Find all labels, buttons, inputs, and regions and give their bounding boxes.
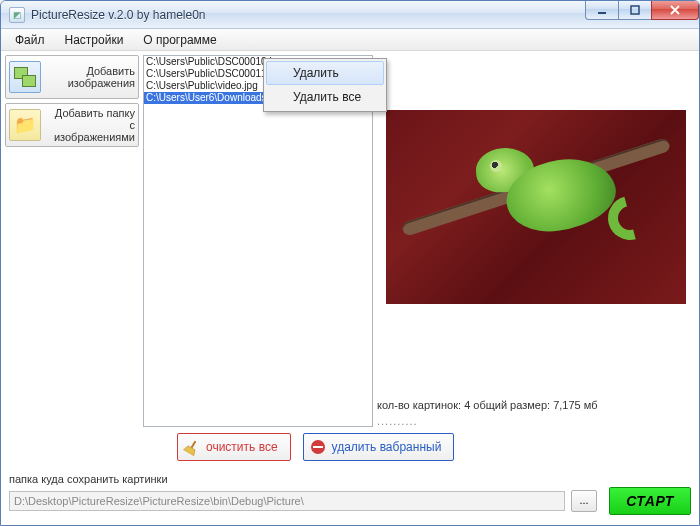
preview-image [386,110,686,304]
clear-all-button[interactable]: очистить все [177,433,291,461]
svg-rect-0 [598,12,606,14]
upper-pane: Добавить изображения Добавить папку с из… [5,55,695,427]
action-row: очистить все удалить вабранный [5,431,695,467]
browse-button[interactable]: ... [571,490,597,512]
save-label: папка куда сохранить картинки [9,473,691,485]
sidebar: Добавить изображения Добавить папку с из… [5,55,139,427]
maximize-icon [630,5,640,15]
images-icon [9,61,41,93]
bottom-pane: папка куда сохранить картинки ... СТАРТ [5,471,695,521]
no-entry-icon [310,439,326,455]
ctx-delete[interactable]: Удалить [266,61,384,85]
titlebar[interactable]: ◩ PictureResize v.2.0 by hamele0n [1,1,699,29]
close-icon [670,5,680,15]
minimize-icon [597,5,607,15]
folder-icon [9,109,41,141]
clear-all-label: очистить все [206,440,278,454]
app-window: ◩ PictureResize v.2.0 by hamele0n Файл Н… [0,0,700,526]
add-images-label: Добавить изображения [47,65,135,89]
add-folder-button[interactable]: Добавить папку с изображениями [5,103,139,147]
main-area: Добавить изображения Добавить папку с из… [1,51,699,525]
context-menu: Удалить Удалить все [263,58,387,112]
delete-selected-button[interactable]: удалить вабранный [303,433,455,461]
app-icon: ◩ [9,7,25,23]
maximize-button[interactable] [618,0,652,20]
close-button[interactable] [651,0,699,20]
broom-icon [184,439,200,455]
minimize-button[interactable] [585,0,619,20]
ctx-delete-all[interactable]: Удалить все [266,85,384,109]
svg-rect-1 [631,6,639,14]
menu-settings[interactable]: Настройки [55,31,134,49]
window-title: PictureResize v.2.0 by hamele0n [31,8,206,22]
preview-frame [377,110,695,304]
delete-selected-label: удалить вабранный [332,440,442,454]
start-button[interactable]: СТАРТ [609,487,691,515]
add-images-button[interactable]: Добавить изображения [5,55,139,99]
svg-rect-2 [191,440,197,448]
progress-dots: .......... [377,415,695,427]
menubar: Файл Настройки О программе [1,29,699,51]
stats-label: кол-во картинок: 4 общий размер: 7,175 м… [377,393,695,411]
save-path-input [9,491,565,511]
add-folder-label: Добавить папку с изображениями [47,107,135,143]
menu-file[interactable]: Файл [5,31,55,49]
menu-about[interactable]: О программе [133,31,226,49]
preview-pane: кол-во картинок: 4 общий размер: 7,175 м… [377,55,695,427]
